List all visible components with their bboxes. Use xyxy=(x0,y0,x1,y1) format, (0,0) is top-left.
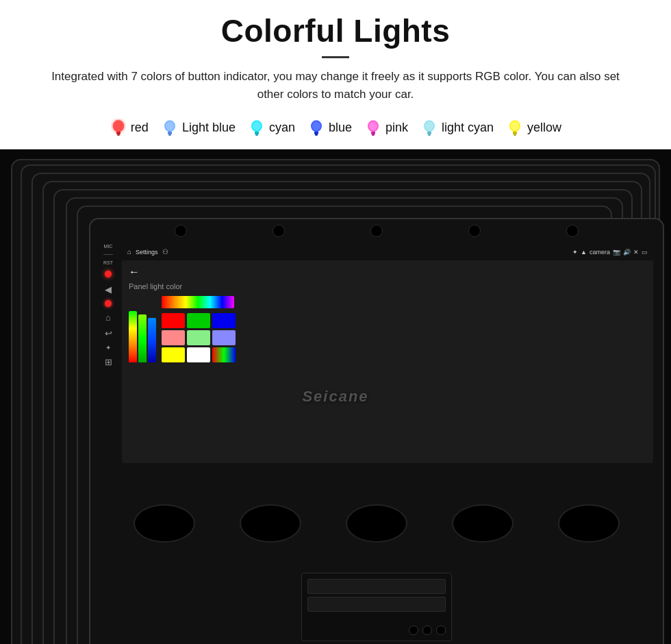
swatch-green[interactable] xyxy=(187,313,210,328)
svg-point-9 xyxy=(253,121,261,130)
color-visualization xyxy=(129,296,646,362)
color-item-pink: pink xyxy=(364,118,408,138)
svg-rect-11 xyxy=(255,134,258,136)
svg-rect-26 xyxy=(513,132,517,134)
settings-label: Settings xyxy=(136,249,158,256)
bulb-icon-yellow xyxy=(506,118,524,138)
color-item-blue: blue xyxy=(307,118,352,138)
svg-rect-6 xyxy=(168,132,172,134)
color-indicators-row: red Light blue xyxy=(110,118,561,138)
connector-area xyxy=(301,573,452,641)
color-label-lightblue: Light blue xyxy=(182,121,236,135)
back-button[interactable]: ← xyxy=(129,266,140,277)
swatch-rgb[interactable] xyxy=(212,347,236,362)
svg-point-13 xyxy=(312,121,320,130)
svg-rect-7 xyxy=(168,134,171,136)
color-label-yellow: yellow xyxy=(527,121,561,135)
svg-point-17 xyxy=(369,121,377,130)
front-panel: MIC RST ◀ ⌂ ↩ ✦ ⊞ ⌂ Settings ⚇ xyxy=(89,218,664,644)
svg-rect-14 xyxy=(314,132,318,134)
time-display: camera xyxy=(590,249,610,256)
color-label-cyan: cyan xyxy=(269,121,295,135)
swatch-light-red[interactable] xyxy=(162,330,185,345)
swatch-red[interactable] xyxy=(162,313,185,328)
color-item-cyan: cyan xyxy=(248,118,295,138)
oval-cutout-5 xyxy=(558,504,620,543)
rgb-bars xyxy=(129,314,156,362)
page-container: Colorful Lights Integrated with 7 colors… xyxy=(0,0,671,644)
swatch-yellow[interactable] xyxy=(162,347,185,362)
svg-rect-19 xyxy=(372,134,375,136)
title-section: Colorful Lights Integrated with 7 colors… xyxy=(0,0,671,118)
color-label-blue: blue xyxy=(329,121,352,135)
svg-rect-27 xyxy=(514,134,516,136)
color-label-pink: pink xyxy=(385,121,408,135)
svg-rect-10 xyxy=(255,132,259,134)
rgb-bar-2 xyxy=(138,314,147,362)
bulb-icon-red xyxy=(110,118,127,138)
description-text: Integrated with 7 colors of button indic… xyxy=(41,68,630,104)
swatch-blue[interactable] xyxy=(212,313,236,328)
oval-cutout-2 xyxy=(240,504,301,543)
rainbow-strip xyxy=(162,296,234,308)
color-item-lightblue: Light blue xyxy=(161,118,236,138)
rgb-bar-1 xyxy=(129,311,137,362)
swatch-light-blue[interactable] xyxy=(212,330,236,345)
color-label-red: red xyxy=(131,121,149,135)
svg-point-25 xyxy=(511,121,519,130)
svg-point-5 xyxy=(166,121,174,130)
svg-rect-18 xyxy=(371,132,375,134)
product-image-area: MIC RST ◀ ⌂ ↩ ✦ MIC RST ◀ xyxy=(0,149,671,644)
oval-cutout-3 xyxy=(346,504,407,543)
color-swatches-grid xyxy=(162,296,236,362)
android-screen: ⌂ Settings ⚇ ✦ ▲ camera 📷 🔊 ✕ ▭ xyxy=(122,244,653,463)
bulb-icon-lightcyan xyxy=(420,118,438,138)
svg-rect-2 xyxy=(116,132,121,134)
svg-rect-22 xyxy=(427,132,431,134)
rgb-bar-3 xyxy=(148,318,156,362)
svg-point-21 xyxy=(425,121,433,130)
color-item-yellow: yellow xyxy=(506,118,561,138)
svg-rect-15 xyxy=(315,134,318,136)
panel-light-color-label: Panel light color xyxy=(129,282,646,290)
bulb-icon-pink xyxy=(364,118,382,138)
svg-rect-23 xyxy=(428,134,431,136)
svg-point-1 xyxy=(113,120,124,132)
title-divider xyxy=(322,56,349,58)
color-item-red: red xyxy=(110,118,149,138)
color-label-lightcyan: light cyan xyxy=(442,121,494,135)
status-bar: ⌂ Settings ⚇ ✦ ▲ camera 📷 🔊 ✕ ▭ xyxy=(122,244,653,260)
bulb-icon-lightblue xyxy=(161,118,179,138)
swatch-white[interactable] xyxy=(187,347,210,362)
bulb-icon-blue xyxy=(307,118,325,138)
oval-cutout-1 xyxy=(134,504,195,543)
oval-cutout-4 xyxy=(452,504,514,543)
color-item-lightcyan: light cyan xyxy=(420,118,494,138)
swatch-light-green[interactable] xyxy=(187,330,210,345)
page-title: Colorful Lights xyxy=(0,12,671,49)
svg-rect-3 xyxy=(117,134,120,136)
bulb-icon-cyan xyxy=(248,118,266,138)
